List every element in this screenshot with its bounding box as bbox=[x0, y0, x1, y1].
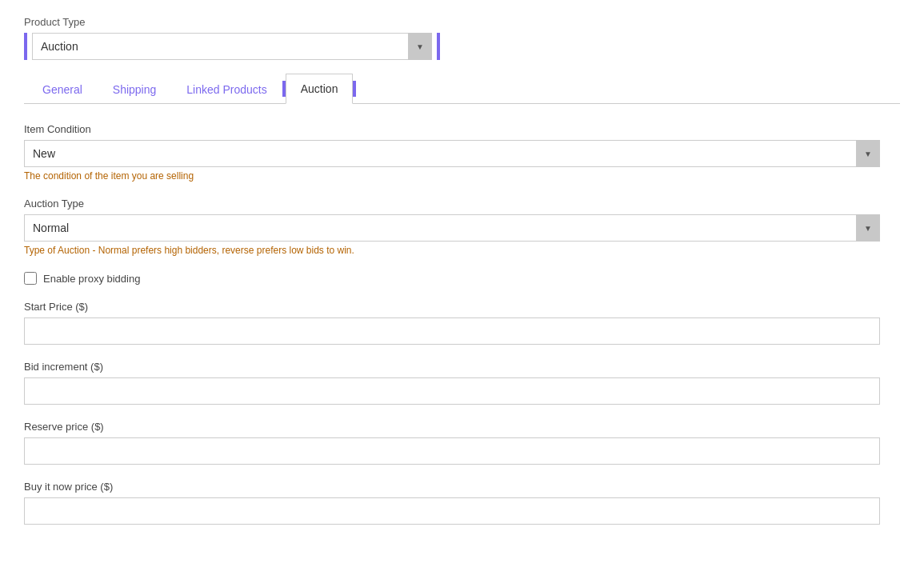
purple-bar-right bbox=[437, 33, 440, 60]
proxy-bidding-row: Enable proxy bidding bbox=[24, 272, 880, 285]
tab-auction[interactable]: Auction bbox=[286, 74, 354, 104]
product-type-select-wrapper: Auction Simple product Variable product … bbox=[32, 33, 432, 60]
start-price-section: Start Price ($) bbox=[24, 301, 880, 345]
item-condition-select-wrapper: New Used Refurbished bbox=[24, 140, 880, 167]
item-condition-section: Item Condition New Used Refurbished The … bbox=[24, 123, 880, 182]
product-type-row: Auction Simple product Variable product … bbox=[24, 33, 900, 60]
start-price-label: Start Price ($) bbox=[24, 301, 880, 313]
bid-increment-label: Bid increment ($) bbox=[24, 361, 880, 373]
product-type-label: Product Type bbox=[24, 16, 900, 28]
start-price-input[interactable] bbox=[24, 317, 880, 345]
buy-it-now-input[interactable] bbox=[24, 497, 880, 525]
product-type-section: Product Type Auction Simple product Vari… bbox=[24, 16, 900, 60]
tab-shipping[interactable]: Shipping bbox=[98, 74, 172, 104]
auction-type-section: Auction Type Normal Reverse Type of Auct… bbox=[24, 198, 880, 256]
reserve-price-label: Reserve price ($) bbox=[24, 421, 880, 433]
page-container: Product Type Auction Simple product Vari… bbox=[0, 0, 924, 587]
product-type-select[interactable]: Auction Simple product Variable product … bbox=[32, 33, 432, 60]
reserve-price-section: Reserve price ($) bbox=[24, 421, 880, 465]
bid-increment-section: Bid increment ($) bbox=[24, 361, 880, 405]
buy-it-now-section: Buy it now price ($) bbox=[24, 481, 880, 525]
auction-type-select-wrapper: Normal Reverse bbox=[24, 214, 880, 242]
proxy-bidding-label[interactable]: Enable proxy bidding bbox=[43, 273, 140, 285]
tab-linked-products[interactable]: Linked Products bbox=[171, 74, 282, 104]
tab-general[interactable]: General bbox=[27, 74, 98, 104]
tabs-row: General Shipping Linked Products Auction bbox=[24, 73, 900, 104]
reserve-price-input[interactable] bbox=[24, 437, 880, 465]
buy-it-now-label: Buy it now price ($) bbox=[24, 481, 880, 493]
item-condition-label: Item Condition bbox=[24, 123, 880, 135]
auction-type-label: Auction Type bbox=[24, 198, 880, 210]
auction-type-hint: Type of Auction - Normal prefers high bi… bbox=[24, 245, 880, 256]
bid-increment-input[interactable] bbox=[24, 377, 880, 405]
proxy-bidding-checkbox[interactable] bbox=[24, 272, 37, 285]
item-condition-select[interactable]: New Used Refurbished bbox=[24, 140, 880, 167]
form-fields-container: Item Condition New Used Refurbished The … bbox=[24, 123, 880, 525]
auction-type-select[interactable]: Normal Reverse bbox=[24, 214, 880, 242]
purple-bar-left bbox=[24, 33, 27, 60]
tab-separator-right bbox=[353, 81, 356, 97]
item-condition-hint: The condition of the item you are sellin… bbox=[24, 170, 880, 182]
